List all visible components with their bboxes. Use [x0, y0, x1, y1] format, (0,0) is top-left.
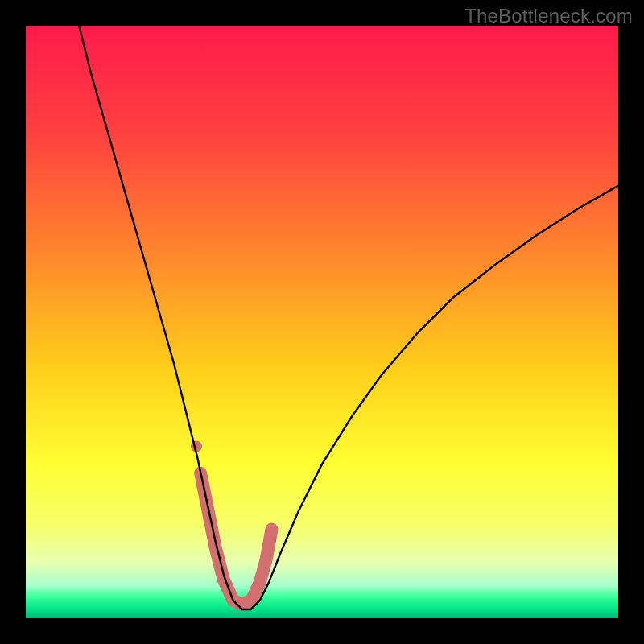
bottom-u-highlight [200, 473, 271, 605]
watermark-text: TheBottleneck.com [464, 5, 633, 27]
chart-svg [26, 26, 618, 618]
bottleneck-curve [79, 26, 618, 609]
plot-area [26, 26, 618, 618]
chart-frame: TheBottleneck.com [0, 0, 644, 644]
